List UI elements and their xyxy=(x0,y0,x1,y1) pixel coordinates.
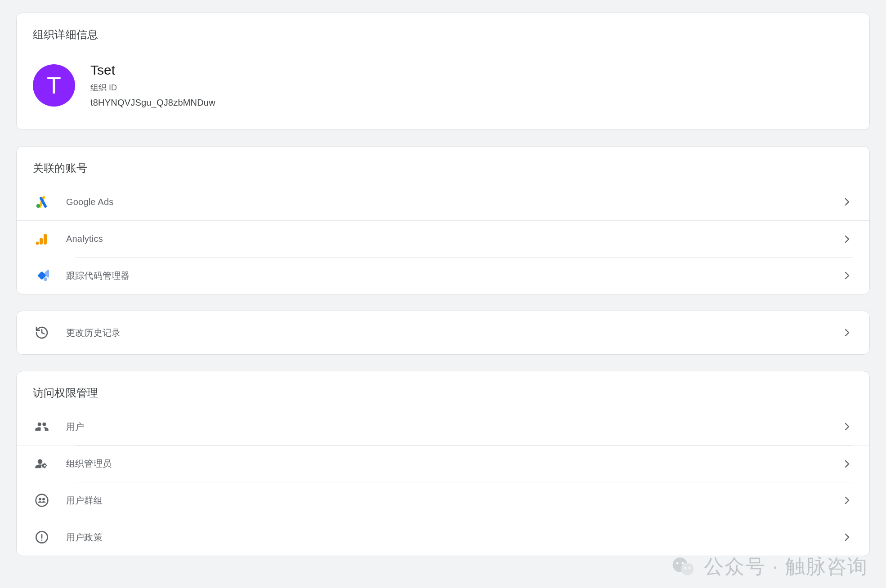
chevron-right-icon xyxy=(841,269,853,282)
groups-icon xyxy=(33,493,51,508)
page: 组织详细信息 T Tset 组织 ID t8HYNQVJSgu_QJ8zbMND… xyxy=(0,0,886,574)
analytics-icon xyxy=(33,232,51,246)
svg-point-7 xyxy=(38,459,43,464)
chevron-right-icon xyxy=(841,196,853,208)
svg-point-10 xyxy=(42,498,45,500)
divider xyxy=(75,482,853,482)
change-history-card: 更改历史记录 xyxy=(16,311,870,355)
chevron-right-icon xyxy=(841,326,853,339)
linked-account-label: Google Ads xyxy=(66,197,827,207)
organization-details-title: 组织详细信息 xyxy=(17,13,869,50)
organization-details-card: 组织详细信息 T Tset 组织 ID t8HYNQVJSgu_QJ8zbMND… xyxy=(16,13,870,130)
access-management-card: 访问权限管理 用户 组织管理员 xyxy=(16,371,870,556)
access-item-users[interactable]: 用户 xyxy=(17,408,869,445)
linked-account-analytics[interactable]: Analytics xyxy=(17,220,869,257)
chevron-right-icon xyxy=(841,233,853,245)
gtm-icon xyxy=(33,268,51,283)
organization-name: Tset xyxy=(90,62,215,78)
access-item-label: 用户政策 xyxy=(66,531,827,543)
divider xyxy=(75,221,853,221)
svg-rect-12 xyxy=(41,534,43,539)
admin-icon xyxy=(33,457,51,471)
change-history-row[interactable]: 更改历史记录 xyxy=(17,311,869,354)
svg-point-9 xyxy=(39,498,41,500)
linked-account-google-ads[interactable]: Google Ads xyxy=(17,183,869,220)
organization-id-label: 组织 ID xyxy=(90,82,215,93)
access-item-user-groups[interactable]: 用户群组 xyxy=(17,482,869,519)
organization-avatar: T xyxy=(33,64,75,107)
organization-details-body: T Tset 组织 ID t8HYNQVJSgu_QJ8zbMNDuw xyxy=(17,50,869,129)
chevron-right-icon xyxy=(841,494,853,507)
policy-icon xyxy=(33,530,51,544)
divider xyxy=(75,445,853,446)
svg-rect-13 xyxy=(41,539,43,541)
access-item-label: 用户 xyxy=(66,421,827,433)
linked-account-label: Analytics xyxy=(66,234,827,244)
access-management-title: 访问权限管理 xyxy=(17,371,869,408)
svg-point-3 xyxy=(36,241,39,245)
svg-point-6 xyxy=(44,277,47,281)
access-item-user-policy[interactable]: 用户政策 xyxy=(17,519,869,556)
organization-meta: Tset 组织 ID t8HYNQVJSgu_QJ8zbMNDuw xyxy=(90,62,215,108)
divider xyxy=(75,519,853,519)
organization-id: t8HYNQVJSgu_QJ8zbMNDuw xyxy=(90,98,215,108)
access-item-org-admins[interactable]: 组织管理员 xyxy=(17,445,869,482)
linked-accounts-title: 关联的账号 xyxy=(17,147,869,183)
linked-account-tag-manager[interactable]: 跟踪代码管理器 xyxy=(17,257,869,294)
google-ads-icon xyxy=(33,195,51,209)
divider xyxy=(75,257,853,258)
svg-rect-1 xyxy=(44,234,47,245)
access-item-label: 组织管理员 xyxy=(66,458,827,470)
history-icon xyxy=(33,325,51,340)
chevron-right-icon xyxy=(841,531,853,543)
users-icon xyxy=(33,419,51,434)
svg-point-8 xyxy=(36,494,48,507)
change-history-label: 更改历史记录 xyxy=(66,327,827,339)
svg-point-0 xyxy=(36,204,40,208)
linked-account-label: 跟踪代码管理器 xyxy=(66,270,827,282)
linked-accounts-card: 关联的账号 Google Ads xyxy=(16,146,870,294)
chevron-right-icon xyxy=(841,458,853,470)
svg-rect-2 xyxy=(40,238,43,245)
access-item-label: 用户群组 xyxy=(66,494,827,507)
chevron-right-icon xyxy=(841,420,853,433)
